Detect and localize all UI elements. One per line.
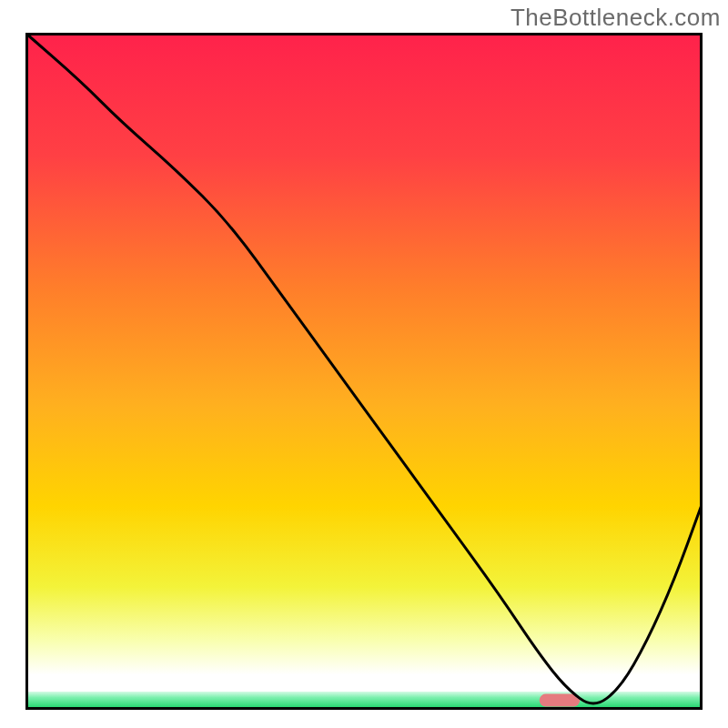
chart-root: { "watermark": "TheBottleneck.com", "cha… [0,0,728,728]
green-strip [27,692,702,709]
optimal-marker-pill [540,694,581,707]
watermark-text: TheBottleneck.com [511,4,721,32]
bottleneck-chart [25,33,703,710]
plot-area [27,35,702,709]
gradient-background [27,35,702,709]
optimal-marker [540,694,581,707]
